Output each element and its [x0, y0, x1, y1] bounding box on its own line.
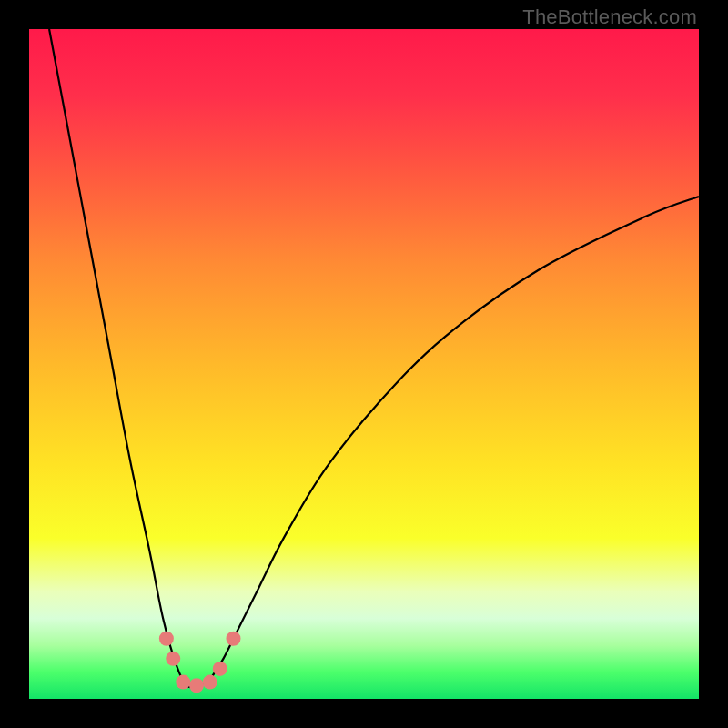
chart-frame: TheBottleneck.com [0, 0, 728, 728]
curve-marker [203, 675, 217, 690]
curve-marker [226, 632, 240, 646]
plot-area [29, 29, 699, 699]
bottleneck-curve [49, 29, 699, 687]
watermark-text: TheBottleneck.com [522, 5, 697, 29]
curve-markers [159, 632, 241, 693]
curve-marker [166, 652, 180, 666]
curve-layer [29, 29, 699, 699]
curve-marker [213, 662, 228, 676]
curve-marker [189, 678, 204, 693]
curve-marker [176, 675, 190, 690]
curve-marker [159, 632, 174, 646]
